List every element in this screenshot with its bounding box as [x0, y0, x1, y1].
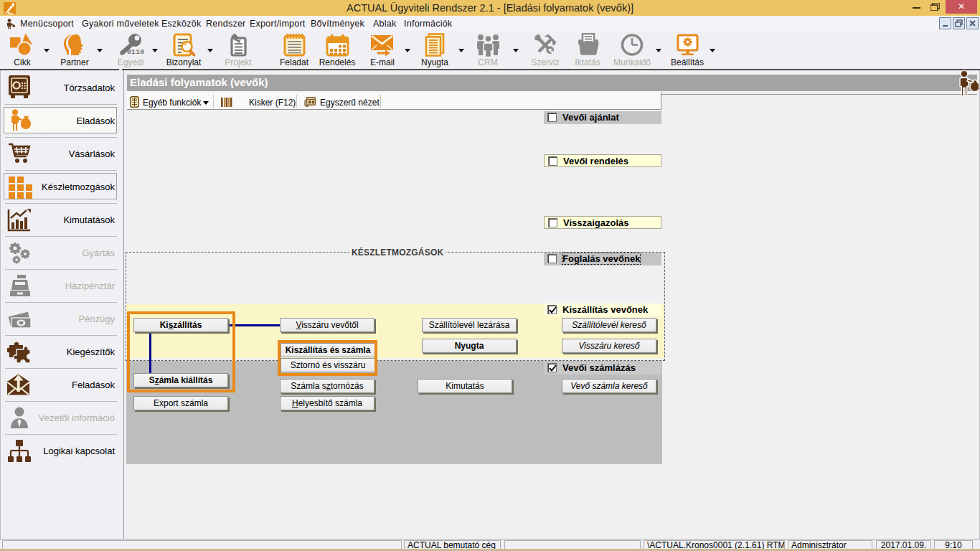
- svg-text:0110: 0110: [127, 48, 144, 56]
